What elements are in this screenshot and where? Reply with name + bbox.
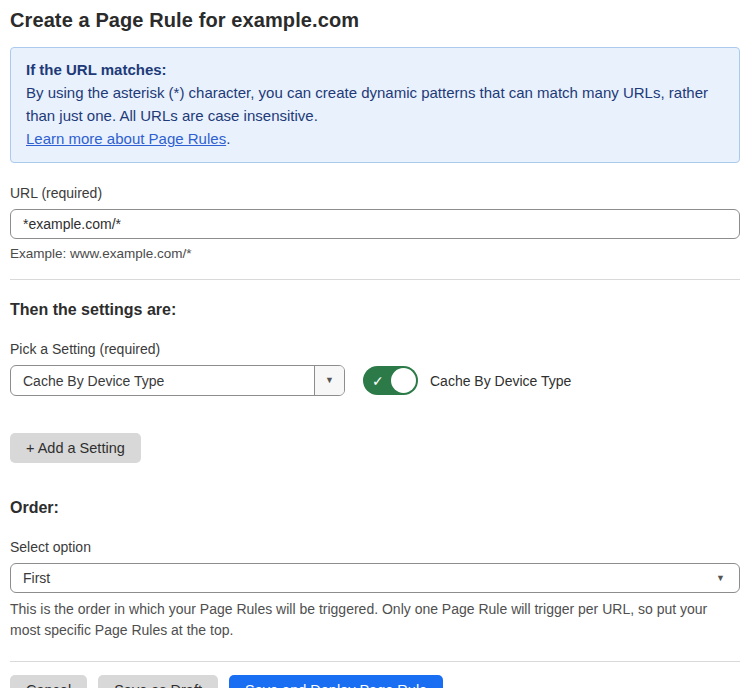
create-page-rule-form: Create a Page Rule for example.com If th… — [0, 0, 750, 688]
chevron-down-icon: ▼ — [716, 574, 725, 583]
cancel-button[interactable]: Cancel — [10, 675, 87, 688]
learn-more-page-rules-link[interactable]: Learn more about Page Rules — [26, 130, 226, 147]
info-box-heading: If the URL matches: — [26, 58, 724, 81]
chevron-down-icon: ▼ — [325, 376, 334, 385]
setting-dropdown-arrow-button[interactable]: ▼ — [314, 366, 344, 395]
setting-dropdown[interactable]: Cache By Device Type ▼ — [10, 365, 345, 396]
url-example-helper: Example: www.example.com/* — [10, 246, 740, 261]
check-icon: ✓ — [372, 373, 384, 389]
footer-button-row: Cancel Save as Draft Save and Deploy Pag… — [10, 675, 740, 688]
order-select-value: First — [11, 570, 716, 586]
select-option-label: Select option — [10, 539, 740, 555]
page-title: Create a Page Rule for example.com — [10, 9, 740, 32]
toggle-label: Cache By Device Type — [430, 373, 571, 389]
order-helper-text: This is the order in which your Page Rul… — [10, 599, 740, 641]
info-box-body: By using the asterisk (*) character, you… — [26, 81, 724, 127]
setting-dropdown-value: Cache By Device Type — [11, 373, 314, 389]
url-match-info-box: If the URL matches: By using the asteris… — [10, 47, 740, 163]
link-suffix: . — [226, 130, 230, 147]
order-select[interactable]: First ▼ — [10, 563, 740, 593]
toggle-knob — [391, 368, 416, 393]
add-setting-button[interactable]: + Add a Setting — [10, 433, 141, 463]
footer-divider — [10, 661, 740, 662]
pick-setting-label: Pick a Setting (required) — [10, 341, 740, 357]
setting-row: Cache By Device Type ▼ ✓ Cache By Device… — [10, 365, 740, 396]
order-section-heading: Order: — [10, 499, 740, 517]
settings-section-heading: Then the settings are: — [10, 301, 740, 319]
info-box-link-line: Learn more about Page Rules. — [26, 127, 724, 150]
section-divider — [10, 279, 740, 280]
url-input[interactable] — [10, 209, 740, 239]
save-as-draft-button[interactable]: Save as Draft — [98, 675, 218, 688]
save-and-deploy-button[interactable]: Save and Deploy Page Rule — [229, 675, 443, 688]
url-label: URL (required) — [10, 185, 740, 201]
cache-device-type-toggle[interactable]: ✓ — [363, 366, 418, 395]
